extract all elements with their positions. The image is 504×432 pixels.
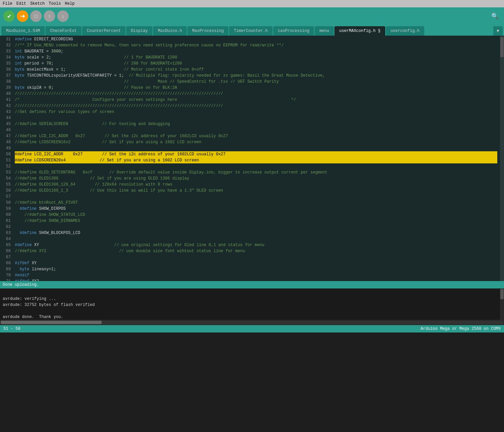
menu-file[interactable]: File — [3, 1, 12, 6]
code-line — [15, 127, 497, 133]
line-number: 64 — [1, 236, 11, 242]
console-wrapper: Done uploading. avrdude: verifying ...av… — [0, 281, 504, 320]
tab-menu[interactable]: menu — [315, 26, 334, 36]
line-number: 49 — [1, 145, 11, 151]
board-indicator: Arduino Mega or Mega 2560 on COM9 — [421, 326, 501, 331]
code-line: //#define OLED1306 // Set if you are usi… — [15, 175, 497, 182]
line-number: 32 — [1, 42, 11, 48]
line-number: 33 — [1, 48, 11, 54]
tab-maxduino[interactable]: MaxDuino_1.54M — [1, 26, 45, 36]
save-button[interactable]: ↓ — [57, 10, 69, 22]
search-button[interactable]: 🔍 — [489, 10, 501, 22]
toolbar: ✔ ➜ □ ↑ ↓ 🔍 — [0, 7, 504, 25]
console-line — [3, 308, 501, 314]
line-number: 50 — [1, 151, 11, 157]
console-scrollbar[interactable] — [500, 288, 504, 320]
menu-help[interactable]: Help — [65, 1, 75, 6]
code-line: byte skip2A = 0; // Pause on for BLK:2A — [15, 85, 497, 91]
line-number: 71 — [1, 278, 11, 281]
tab-timercounterh[interactable]: TimerCounter.h — [229, 26, 273, 36]
code-line: int BAUDRATE = 3600; — [15, 48, 497, 54]
code-line — [15, 145, 497, 151]
line-number: 58 — [1, 200, 11, 206]
line-number: 52 — [1, 163, 11, 169]
line-number: 31 — [1, 36, 11, 42]
new-button[interactable]: □ — [30, 10, 42, 22]
code-line: //#define SHOW_STATUS_LCD — [15, 212, 497, 218]
tab-display[interactable]: Display — [126, 26, 152, 36]
tab-checkforext[interactable]: CheckForExt — [45, 26, 81, 36]
line-number: 35 — [1, 61, 11, 67]
line-number: 53 — [1, 169, 11, 175]
menu-tools[interactable]: Tools — [49, 1, 61, 6]
console-scrollbar-thumb[interactable] — [500, 289, 504, 299]
code-line: // Mask // SpeedControl for .tsx // UEF … — [15, 79, 497, 85]
line-number: 34 — [1, 54, 11, 61]
console-line: avrdude: verifying ... — [3, 296, 501, 302]
menu-edit[interactable]: Edit — [16, 1, 26, 6]
line-number: 46 — [1, 127, 11, 133]
code-line — [15, 224, 497, 230]
line-number: 48 — [1, 139, 11, 145]
menu-sketch[interactable]: Sketch — [30, 1, 45, 6]
console-line: avrdude done. Thank you. — [3, 314, 501, 320]
editor-scrollbar[interactable] — [500, 36, 504, 281]
scrollbar-thumb[interactable] — [500, 37, 504, 57]
code-line: #ifdef XY2 — [15, 278, 497, 281]
code-line: byte mselectMask = 1; // Motor control s… — [15, 67, 497, 73]
tab-maxduinoh[interactable]: MaxDuino.h — [153, 26, 187, 36]
h-scrollbar-thumb[interactable] — [1, 321, 102, 324]
code-line: #endif — [15, 272, 497, 278]
upload-button[interactable]: ➜ — [17, 10, 28, 22]
line-number: 59 — [1, 206, 11, 212]
tab-usermaxconfig[interactable]: userMAXconfig.h § — [334, 26, 385, 36]
line-number: 69 — [1, 266, 11, 272]
line-number: 36 — [1, 67, 11, 73]
code-line: ////////////////////////////////////////… — [15, 103, 497, 109]
code-line: //#define LCDSCREEN16x2 // Set if you ar… — [15, 139, 497, 145]
line-number: 62 — [1, 224, 11, 230]
console-line: avrdude: 32752 bytes of flash verified — [3, 302, 501, 308]
console-header: Done uploading. — [0, 281, 504, 288]
line-number: 61 — [1, 218, 11, 224]
tab-maxprocessing[interactable]: MaxProcessing — [187, 26, 228, 36]
tab-userconfigh[interactable]: userconfig.h — [386, 26, 424, 36]
line-number: 43 — [1, 109, 11, 115]
line-number: 65 — [1, 242, 11, 248]
code-line: /* Configure your screen settings here *… — [15, 97, 497, 103]
line-number: 60 — [1, 212, 11, 218]
console-status: Done uploading. — [3, 282, 39, 287]
verify-button[interactable]: ✔ — [3, 10, 15, 22]
tabs-dropdown[interactable]: ▼ — [493, 26, 503, 36]
line-numbers: 3132333435363738394041424344454647484950… — [0, 36, 12, 281]
code-line: byte lineaxy=1; — [15, 266, 497, 272]
code-line: //#define OLED1106_1_3 // Use this line … — [15, 188, 497, 194]
code-editor: 3132333435363738394041424344454647484950… — [0, 36, 504, 281]
code-line: //#define LCD_I2C_ADDR 0x27 // Set the i… — [15, 133, 497, 139]
line-number: 45 — [1, 121, 11, 127]
h-scrollbar-track — [1, 321, 503, 324]
code-line: ////////////////////////////////////////… — [15, 91, 497, 97]
code-line: byte scale = 2; // 1 for BAUDRATE 1200 — [15, 54, 497, 61]
line-number: 37 — [1, 73, 11, 79]
code-line: #define SHOW_DIRPOS — [15, 206, 497, 212]
line-number: 66 — [1, 248, 11, 254]
tab-casprocessing[interactable]: casProcessing — [273, 26, 314, 36]
code-line: //#define btnRoot_AS_PIVOT — [15, 200, 497, 206]
code-line — [15, 236, 497, 242]
code-line: //#define XY2 // use double size font wi… — [15, 248, 497, 254]
code-line — [15, 163, 497, 169]
line-number: 57 — [1, 194, 11, 200]
line-number: 44 — [1, 115, 11, 121]
console-line — [3, 290, 501, 296]
line-number: 56 — [1, 188, 11, 194]
tab-counterpercent[interactable]: CounterPercent — [82, 26, 125, 36]
console-content: avrdude: verifying ...avrdude: 32752 byt… — [0, 288, 504, 320]
code-line: int period = 70; // 208 for BAUDRATE=120… — [15, 61, 497, 67]
code-area[interactable]: #define DIRECT_RECORDING//** If Use_MENU… — [12, 36, 500, 281]
line-number: 63 — [1, 230, 11, 236]
line-number: 67 — [1, 254, 11, 260]
line-number: 47 — [1, 133, 11, 139]
open-button[interactable]: ↑ — [44, 10, 55, 22]
line-number: 38 — [1, 79, 11, 85]
